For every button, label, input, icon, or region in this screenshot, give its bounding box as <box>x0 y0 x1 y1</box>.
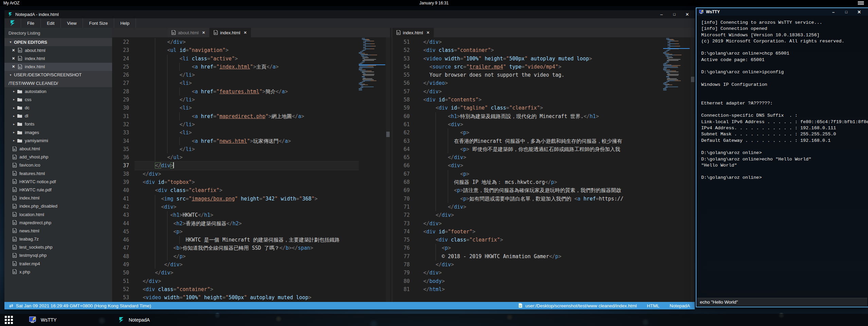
open-editor-about.html[interactable]: ✕about.html <box>4 46 112 54</box>
tree-file-testmysql.php[interactable]: testmysql.php <box>4 251 112 260</box>
tree-folder-css[interactable]: ▸css <box>4 95 112 103</box>
menu-file[interactable]: File <box>21 18 41 28</box>
tree-file-trailer.mp4[interactable]: trailer.mp4 <box>4 260 112 268</box>
tree-folder-fonts[interactable]: ▸fonts <box>4 120 112 128</box>
tree-file-features.html[interactable]: features.html <box>4 169 112 177</box>
code-line-71[interactable]: </div> <box>415 203 663 211</box>
maximize-button[interactable]: □ <box>844 10 849 14</box>
tree-file-index.html[interactable]: index.html <box>4 194 112 202</box>
code-line-42[interactable]: <div> <box>135 203 359 211</box>
code-line-41[interactable]: <img src="images/box.png" height="342" w… <box>135 195 359 203</box>
tree-file-mapredirect.php[interactable]: mapredirect.php <box>4 218 112 227</box>
code-line-30[interactable]: <li> <box>135 104 359 112</box>
code-line-58[interactable]: <div id="contents"> <box>415 96 663 104</box>
notepada-titlebar[interactable]: NotepadA - index.html – □ ✕ <box>4 10 695 18</box>
statusbar-language[interactable]: HTML <box>647 303 659 308</box>
code-line-25[interactable]: <a href="index.html">主頁</a> <box>135 63 359 71</box>
tree-file-news.html[interactable]: news.html <box>4 227 112 235</box>
code-line-73[interactable]: </div> <box>415 219 663 228</box>
open-editors-header[interactable]: ▾OPEN EDITORS <box>4 38 112 46</box>
close-tab-icon[interactable]: ✕ <box>202 31 205 35</box>
code-line-65[interactable]: </div> <box>415 153 663 161</box>
code-line-49[interactable]: </div> <box>135 261 359 269</box>
tree-file-favicon.ico[interactable]: favicon.ico <box>4 161 112 169</box>
close-tab-icon[interactable]: ✕ <box>244 31 247 35</box>
close-button[interactable]: ✕ <box>856 10 862 14</box>
code-line-66[interactable]: <div> <box>415 161 663 170</box>
code-line-53[interactable]: <video width="100%" height="500px" autop… <box>135 293 359 302</box>
code-line-57[interactable]: </div> <box>415 88 663 96</box>
code-line-59[interactable]: <div id="tagline" class="clearfix"> <box>415 104 663 112</box>
tree-folder-yamiyamimi[interactable]: ▸yamiyamimi <box>4 136 112 145</box>
close-tab-icon[interactable]: ✕ <box>426 31 429 35</box>
code-line-79[interactable]: </div> <box>415 269 663 277</box>
code-line-60[interactable]: <h1>特別為建築及鐵路而設，現代化的 Minecraft 世界.</h1> <box>415 112 663 120</box>
menu-view[interactable]: View <box>61 18 83 28</box>
close-button[interactable]: ✕ <box>685 12 690 17</box>
tree-folder-images[interactable]: ▸images <box>4 128 112 136</box>
code-line-36[interactable]: </ul> <box>135 153 359 161</box>
code-line-50[interactable]: </div> <box>135 269 359 277</box>
tree-file-HKWTC rule.pdf[interactable]: HKWTC rule.pdf <box>4 186 112 194</box>
code-line-64[interactable]: <p> 即使你不是建築師，你也能透過紅石師或鐵路工程師的身份加入我 <box>415 145 663 153</box>
minimap[interactable] <box>663 38 690 302</box>
code-line-43[interactable]: <h1>HKWTC</h1> <box>135 211 359 219</box>
code-line-62[interactable]: <p> <box>415 129 663 137</box>
code-line-76[interactable]: <p> <box>415 244 663 252</box>
code-line-55[interactable]: Your browser does not support the video … <box>415 71 663 79</box>
code-line-40[interactable]: <div class="clearfix"> <box>135 186 359 194</box>
vertical-scrollbar[interactable] <box>691 37 695 302</box>
code-line-61[interactable]: <div> <box>415 120 663 129</box>
tab-index.html[interactable]: index.html✕ <box>210 28 251 37</box>
code-line-78[interactable]: </div> <box>415 261 663 269</box>
tree-file-teabag.7z[interactable]: teabag.7z <box>4 235 112 243</box>
code-line-44[interactable]: <h2>香港的建築伺服器</h2> <box>135 219 359 228</box>
code-line-46[interactable]: HKWTC 是一個 Minecraft 的建築伺服器，主要建築計劃包括鐵路 <box>135 236 359 244</box>
menu-edit[interactable]: Edit <box>41 18 61 28</box>
code-line-75[interactable]: <div class="clearfix"> <box>415 236 663 244</box>
code-line-33[interactable]: <li> <box>135 129 359 137</box>
open-editor-index.html[interactable]: ✕index.html <box>4 54 112 62</box>
code-line-22[interactable]: </div> <box>135 38 359 46</box>
minimap[interactable] <box>359 38 385 302</box>
tree-file-index.php_disabled[interactable]: index.php_disabled <box>4 202 112 210</box>
code-line-74[interactable]: <div id="footer"> <box>415 228 663 236</box>
menu-help[interactable]: Help <box>114 18 136 28</box>
workspace-header[interactable]: ▾USER:/DESKTOP/SCREENSHOT <box>4 71 112 79</box>
code-line-47[interactable]: <b>你知道我們全線伺服器已轉用 SSD 了嗎？</b></span> <box>135 244 359 252</box>
terminal-command-input[interactable] <box>697 298 867 306</box>
code-line-32[interactable]: </li> <box>135 120 359 129</box>
code-line-68[interactable]: 伺服器 IP 地址為： mcs.hkwtc.org</p> <box>415 178 663 186</box>
tree-folder-autostation[interactable]: ▸autostation <box>4 87 112 95</box>
close-icon[interactable]: ✕ <box>12 48 16 53</box>
code-line-27[interactable]: <li> <box>135 79 359 87</box>
code-line-37[interactable]: </div> <box>135 161 359 170</box>
minimize-button[interactable]: – <box>831 10 836 14</box>
editor-pane-right[interactable]: 5152535455565758596061626364656667686970… <box>391 37 695 302</box>
code-line-45[interactable]: <p> <box>135 228 359 236</box>
open-editor-index.html[interactable]: ✕index.html <box>4 63 112 71</box>
hamburger-menu-icon[interactable] <box>858 1 864 5</box>
code-line-52[interactable]: <div class="container"> <box>135 285 359 293</box>
wstty-titlebar[interactable]: WsTTY – □ ✕ <box>696 8 868 16</box>
code-area[interactable]: </div><div class="container"><video widt… <box>415 38 663 293</box>
code-line-80[interactable]: </body> <box>415 277 663 285</box>
tree-file-test_sockets.php[interactable]: test_sockets.php <box>4 243 112 251</box>
code-line-29[interactable]: </li> <box>135 96 359 104</box>
workspace-header-line2[interactable]: /TEST/WWW CLEANED/ <box>4 79 112 87</box>
minimize-button[interactable]: – <box>659 12 664 17</box>
editor-pane-left[interactable]: 2223242526272829303132333435363738394041… <box>112 37 390 302</box>
code-line-35[interactable]: </li> <box>135 145 359 153</box>
code-line-54[interactable]: <source src="trailer.mp4" type="video/mp… <box>415 63 663 71</box>
code-line-81[interactable]: </html> <box>415 285 663 293</box>
taskbar-item-notepada[interactable]: NotepadA <box>111 314 157 326</box>
code-line-67[interactable]: <p> <box>415 170 663 178</box>
code-line-52[interactable]: <div class="container"> <box>415 46 663 54</box>
tree-file-x.php[interactable]: x.php <box>4 268 112 276</box>
code-line-51[interactable]: </div> <box>415 38 663 46</box>
tab-about.html[interactable]: about.html✕ <box>167 28 210 37</box>
start-menu-icon[interactable] <box>5 316 13 324</box>
code-line-69[interactable]: <p>請注意，我們的伺服器為確保玩家及遊玩時的質素，我們對的服器開啟 <box>415 186 663 194</box>
code-line-31[interactable]: <a href="mapredirect.php">網上地圖</a> <box>135 112 359 120</box>
maximize-button[interactable]: □ <box>672 13 677 16</box>
